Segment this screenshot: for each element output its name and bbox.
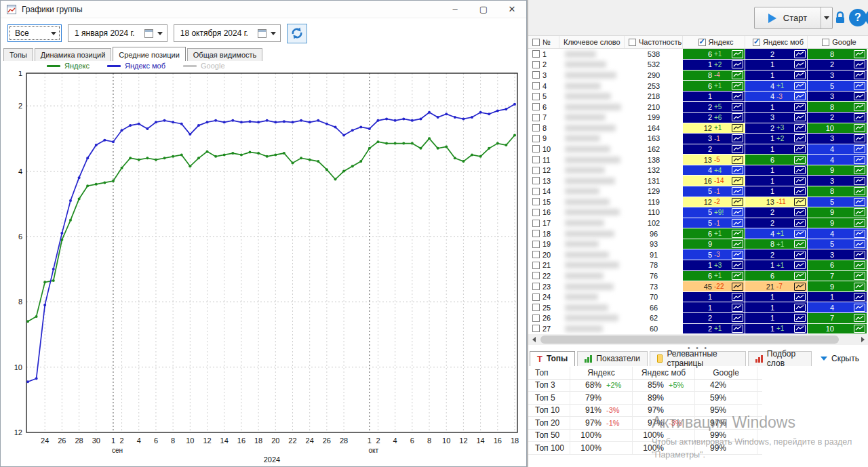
- mini-chart-icon[interactable]: [854, 103, 865, 111]
- mini-chart-icon[interactable]: [854, 113, 865, 121]
- column-header-keyword[interactable]: Ключевое слово: [559, 36, 625, 48]
- tab-tops-bottom[interactable]: T Топы: [530, 351, 575, 366]
- mini-chart-icon[interactable]: [732, 272, 743, 280]
- mini-chart-icon[interactable]: [854, 124, 865, 132]
- legend-item-google[interactable]: Google: [183, 62, 224, 70]
- mini-chart-icon[interactable]: [794, 166, 806, 174]
- keyword-row[interactable]: 1511912-213-115: [528, 197, 868, 207]
- mini-chart-icon[interactable]: [854, 156, 865, 164]
- mini-chart-icon[interactable]: [854, 92, 865, 100]
- scroll-left-arrow[interactable]: [528, 334, 539, 345]
- mini-chart-icon[interactable]: [794, 304, 806, 312]
- mini-chart-icon[interactable]: [794, 187, 806, 195]
- minimize-button[interactable]: –: [441, 1, 469, 18]
- mini-chart-icon[interactable]: [732, 177, 743, 185]
- keyword-row[interactable]: 32908-413: [528, 70, 868, 81]
- keyword-row[interactable]: 121324+419: [528, 165, 868, 176]
- horizontal-scrollbar[interactable]: [528, 334, 868, 345]
- mini-chart-icon[interactable]: [732, 50, 743, 58]
- yandex-mob-checkbox[interactable]: [753, 39, 760, 46]
- row-checkbox[interactable]: [532, 220, 540, 227]
- mini-chart-icon[interactable]: [854, 272, 865, 280]
- frequency-checkbox[interactable]: [629, 39, 636, 46]
- start-button[interactable]: Старт: [754, 7, 833, 29]
- mini-chart-icon[interactable]: [732, 283, 743, 291]
- group-select[interactable]: Все: [7, 24, 62, 42]
- row-checkbox[interactable]: [532, 198, 540, 205]
- row-checkbox[interactable]: [532, 209, 540, 216]
- mini-chart-icon[interactable]: [854, 60, 865, 68]
- mini-chart-icon[interactable]: [794, 82, 806, 90]
- row-checkbox[interactable]: [532, 114, 540, 121]
- tab-tops[interactable]: Топы: [3, 48, 33, 61]
- mini-chart-icon[interactable]: [794, 145, 806, 153]
- mini-chart-icon[interactable]: [794, 103, 806, 111]
- mini-chart-icon[interactable]: [794, 198, 806, 206]
- mini-chart-icon[interactable]: [794, 177, 806, 185]
- row-checkbox[interactable]: [532, 262, 540, 269]
- tab-average-positions[interactable]: Средние позиции: [113, 47, 185, 61]
- column-header-yandex-mob[interactable]: Яндекс моб: [745, 36, 808, 48]
- row-checkbox[interactable]: [532, 82, 540, 89]
- mini-chart-icon[interactable]: [732, 71, 743, 79]
- mini-chart-icon[interactable]: [854, 304, 865, 312]
- mini-chart-icon[interactable]: [732, 198, 743, 206]
- tab-position-dynamics[interactable]: Динамика позиций: [35, 48, 111, 61]
- row-checkbox[interactable]: [532, 325, 540, 332]
- mini-chart-icon[interactable]: [794, 325, 806, 333]
- mini-chart-icon[interactable]: [794, 156, 806, 164]
- keyword-row[interactable]: 161105+9!29: [528, 207, 868, 218]
- keyword-row[interactable]: 62102+518: [528, 102, 868, 113]
- mini-chart-icon[interactable]: [732, 103, 743, 111]
- mini-chart-icon[interactable]: [732, 145, 743, 153]
- date-from-picker[interactable]: 1 января 2024 г.: [68, 24, 167, 42]
- scrollbar-thumb[interactable]: [540, 336, 839, 344]
- mini-chart-icon[interactable]: [732, 60, 743, 68]
- mini-chart-icon[interactable]: [794, 251, 806, 259]
- keyword-row[interactable]: 21781+31+16: [528, 260, 868, 271]
- mini-chart-icon[interactable]: [854, 230, 865, 238]
- row-checkbox[interactable]: [532, 93, 540, 100]
- mini-chart-icon[interactable]: [854, 177, 865, 185]
- google-checkbox[interactable]: [822, 39, 829, 46]
- mini-chart-icon[interactable]: [854, 198, 865, 206]
- date-to-picker[interactable]: 18 октября 2024 г.: [174, 24, 281, 42]
- row-checkbox[interactable]: [532, 71, 540, 79]
- mini-chart-icon[interactable]: [794, 124, 806, 132]
- positions-chart[interactable]: 1246810122426283012468101214161820222426…: [1, 71, 528, 467]
- mini-chart-icon[interactable]: [854, 187, 865, 195]
- keyword-row[interactable]: 141295-118: [528, 186, 868, 197]
- keyword-row[interactable]: 237345-2221-79: [528, 281, 868, 292]
- mini-chart-icon[interactable]: [854, 50, 865, 58]
- keyword-row[interactable]: 1113813-564: [528, 155, 868, 165]
- keyword-row[interactable]: 199398+15: [528, 239, 868, 249]
- row-checkbox[interactable]: [532, 283, 540, 290]
- mini-chart-icon[interactable]: [732, 304, 743, 312]
- mini-chart-icon[interactable]: [854, 166, 865, 174]
- keyword-row[interactable]: 2470111: [528, 291, 868, 302]
- mini-chart-icon[interactable]: [794, 283, 806, 291]
- row-checkbox[interactable]: [532, 251, 540, 258]
- cutoff-toolbar-button[interactable]: [865, 9, 868, 26]
- tab-overall-visibility[interactable]: Общая видимость: [187, 48, 263, 61]
- mini-chart-icon[interactable]: [732, 219, 743, 227]
- keyword-row[interactable]: 2662217: [528, 312, 868, 323]
- mini-chart-icon[interactable]: [794, 230, 806, 238]
- mini-chart-icon[interactable]: [794, 71, 806, 79]
- mini-chart-icon[interactable]: [794, 261, 806, 269]
- mini-chart-icon[interactable]: [732, 82, 743, 90]
- keyword-row[interactable]: 816412+12+310: [528, 123, 868, 134]
- maximize-button[interactable]: ▢: [469, 1, 498, 18]
- mini-chart-icon[interactable]: [794, 60, 806, 68]
- column-header-num[interactable]: №: [528, 36, 559, 48]
- mini-chart-icon[interactable]: [854, 208, 865, 216]
- mini-chart-icon[interactable]: [854, 219, 865, 227]
- mini-chart-icon[interactable]: [794, 293, 806, 301]
- mini-chart-icon[interactable]: [732, 156, 743, 164]
- refresh-button[interactable]: [287, 24, 307, 43]
- legend-item-yandex-mob[interactable]: Яндекс моб: [107, 62, 165, 70]
- mini-chart-icon[interactable]: [732, 187, 743, 195]
- legend-item-yandex[interactable]: Яндекс: [47, 62, 90, 70]
- row-checkbox[interactable]: [532, 272, 540, 279]
- mini-chart-icon[interactable]: [854, 240, 865, 248]
